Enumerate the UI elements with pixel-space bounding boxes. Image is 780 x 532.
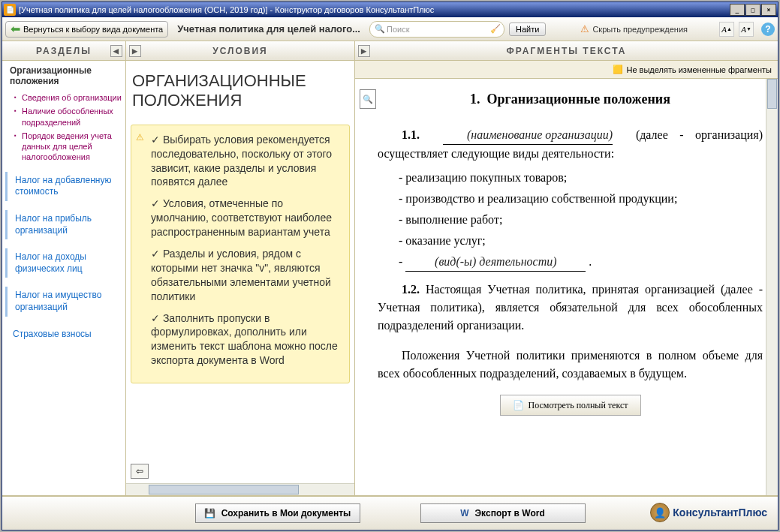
help-button[interactable]: ?	[761, 23, 775, 36]
title-bar: 📄 [Учетная политика для целей налогообло…	[2, 2, 778, 17]
font-decrease-button[interactable]: A▼	[739, 22, 754, 37]
brand-logo: 👤 КонсультантПлюс	[650, 503, 767, 522]
collapse-sections-button[interactable]: ◀	[110, 45, 122, 57]
sidebar-sub-item[interactable]: Порядок ведения учета данных для целей н…	[14, 129, 122, 164]
app-icon: 📄	[4, 4, 16, 16]
horizontal-scrollbar[interactable]	[126, 483, 354, 495]
paragraph-1-2: 1.2. Настоящая Учетная политика, принята…	[378, 281, 763, 335]
fragments-panel: ▶ ФРАГМЕНТЫ ТЕКСТА 🟨 Не выделять изменен…	[355, 41, 778, 495]
conditions-header: ▶ УСЛОВИЯ	[126, 41, 354, 61]
preview-icon[interactable]: 🔍	[360, 89, 376, 109]
tip-paragraph: Выбирать условия рекомендуется последова…	[151, 133, 340, 190]
back-button-label: Вернуться к выбору вида документа	[23, 25, 163, 34]
conditions-panel: ▶ УСЛОВИЯ ОРГАНИЗАЦИОННЫЕ ПОЛОЖЕНИЯ ⚠ Вы…	[126, 41, 355, 495]
highlight-icon: 🟨	[613, 65, 623, 74]
save-icon: 💾	[204, 508, 215, 518]
sidebar-item-nds[interactable]: Налог на добавленную стоимость	[5, 172, 122, 201]
font-increase-button[interactable]: A▲	[719, 22, 734, 37]
nav-back-button[interactable]: ⇦	[131, 464, 149, 479]
warning-icon: ⚠	[580, 23, 589, 35]
conditions-title: ОРГАНИЗАЦИОННЫЕ ПОЛОЖЕНИЯ	[132, 71, 348, 111]
export-word-button[interactable]: W Экспорт в Word	[420, 503, 586, 523]
find-button[interactable]: Найти	[509, 23, 546, 36]
minimize-button[interactable]: _	[730, 4, 745, 16]
tip-paragraph: Условия, отмеченные по умолчанию, соотве…	[151, 197, 340, 239]
sections-header: РАЗДЕЛЫ ◀	[2, 41, 125, 61]
list-item: реализацию покупных товаров;	[399, 169, 763, 187]
sidebar-sub-item[interactable]: Наличие обособленных подразделений	[14, 104, 122, 129]
fragments-body: 🔍 1. Организационные положения 1.1. (наи…	[355, 79, 778, 495]
hide-warnings-button[interactable]: ⚠ Скрыть предупреждения	[580, 23, 688, 35]
expand-conditions-button[interactable]: ▶	[358, 45, 370, 57]
paragraph-1-1: 1.1. (наименование организации) (далее -…	[378, 126, 763, 163]
sidebar-item-property[interactable]: Налог на имущество организаций	[5, 287, 122, 316]
fragments-header: ▶ ФРАГМЕНТЫ ТЕКСТА	[355, 41, 778, 61]
tip-paragraph: Разделы и условия, рядом с которыми нет …	[151, 247, 340, 304]
fragment-heading: 1. Организационные положения	[378, 89, 763, 110]
sections-panel: РАЗДЕЛЫ ◀ Организационные положения Свед…	[2, 41, 126, 495]
tip-paragraph: Заполнить пропуски в формулировках, допо…	[151, 311, 340, 368]
sidebar-sub-item[interactable]: Сведения об организации	[14, 91, 122, 104]
word-icon: W	[460, 508, 468, 518]
maximize-button[interactable]: □	[745, 4, 760, 16]
footer: 💾 Сохранить в Мои документы W Экспорт в …	[2, 495, 778, 530]
sidebar-item-income[interactable]: Налог на доходы физических лиц	[5, 248, 122, 278]
list-item: оказание услуг;	[399, 232, 763, 250]
brand-mascot-icon: 👤	[650, 503, 670, 522]
list-item: производство и реализацию собственной пр…	[399, 190, 763, 208]
document-icon: 📄	[513, 398, 524, 412]
view-full-text-button[interactable]: 📄 Посмотреть полный текст	[500, 395, 641, 416]
tip-box: ⚠ Выбирать условия рекомендуется последо…	[131, 125, 350, 383]
activity-list: реализацию покупных товаров; производств…	[399, 169, 763, 272]
scroll-thumb[interactable]	[149, 485, 299, 494]
search-input[interactable]: Поиск	[369, 21, 504, 38]
section-active[interactable]: Организационные положения	[5, 65, 122, 86]
list-item: выполнение работ;	[399, 211, 763, 229]
vertical-scrollbar[interactable]	[766, 79, 778, 495]
arrow-left-icon: ⬅	[11, 23, 20, 35]
fragments-toolbar: 🟨 Не выделять измененные фрагменты	[355, 61, 778, 79]
highlight-toggle[interactable]: Не выделять измененные фрагменты	[626, 65, 772, 74]
document-title: Учетная политика для целей налого...	[173, 23, 365, 35]
main-toolbar: ⬅ Вернуться к выбору вида документа Учет…	[2, 17, 778, 41]
expand-sections-button[interactable]: ▶	[129, 45, 141, 57]
save-button[interactable]: 💾 Сохранить в Мои документы	[195, 503, 360, 523]
window-title: [Учетная политика для целей налогообложе…	[19, 5, 730, 14]
sidebar-item-insurance[interactable]: Страховые взносы	[5, 326, 122, 344]
paragraph-extra: Положения Учетной политики применяются в…	[378, 347, 763, 383]
close-button[interactable]: ×	[761, 4, 776, 16]
back-button[interactable]: ⬅ Вернуться к выбору вида документа	[5, 21, 168, 38]
sidebar-item-profit[interactable]: Налог на прибыль организаций	[5, 210, 122, 239]
list-item: (вид(-ы) деятельности) .	[399, 253, 763, 272]
tip-warning-icon: ⚠	[136, 131, 144, 143]
scroll-thumb[interactable]	[767, 79, 777, 109]
